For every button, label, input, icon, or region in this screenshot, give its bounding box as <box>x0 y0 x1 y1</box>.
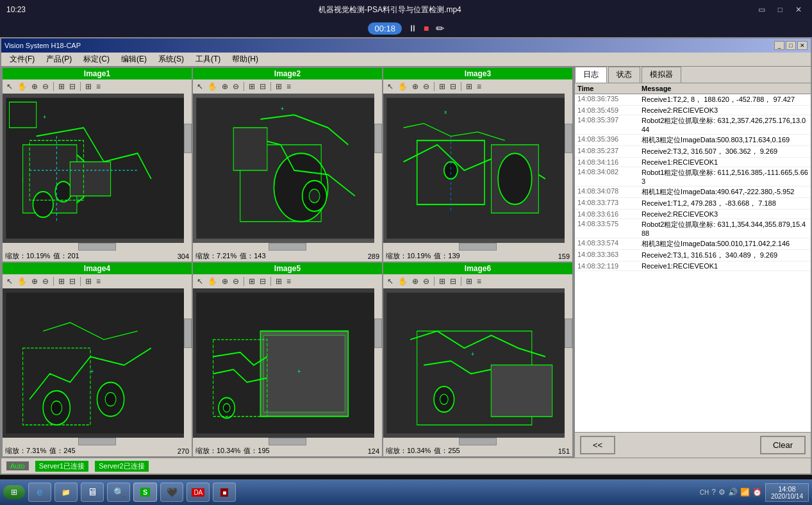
cam2-zoom-fit-tool[interactable]: ⊞ <box>247 81 256 92</box>
cam1-grid-tool[interactable]: ⊞ <box>84 81 93 92</box>
cam4-hscroll[interactable] <box>3 438 192 445</box>
cam5-lines-tool[interactable]: ≡ <box>285 276 292 286</box>
cam6-zoom: 缩放：10.34% <box>386 446 431 456</box>
taskbar-app4-button[interactable]: ■ <box>213 483 236 502</box>
cam1-hand-tool[interactable]: ✋ <box>16 81 28 92</box>
prev-button[interactable]: << <box>580 436 615 454</box>
pause-button[interactable]: ⏸ <box>408 23 417 33</box>
tab-log[interactable]: 日志 <box>575 67 607 83</box>
cam3-zoom-fit-tool[interactable]: ⊞ <box>438 81 447 92</box>
cam3-zoom-actual-tool[interactable]: ⊟ <box>449 81 458 92</box>
cam4-zoom-in-tool[interactable]: ⊕ <box>30 276 39 286</box>
close-icon[interactable]: ✕ <box>791 4 806 15</box>
tab-simulator[interactable]: 模拟器 <box>642 67 681 83</box>
taskbar-folder-button[interactable]: 📁 <box>54 483 78 502</box>
cam3-hscroll[interactable] <box>383 243 572 251</box>
clear-button[interactable]: Clear <box>760 436 806 454</box>
app-maximize-button[interactable]: □ <box>786 41 796 50</box>
cam2-zoom-in-tool[interactable]: ⊕ <box>220 81 229 92</box>
cam3-zoom-out-tool[interactable]: ⊖ <box>422 81 431 92</box>
cam4-lines-tool[interactable]: ≡ <box>95 276 102 286</box>
cam5-hand-tool[interactable]: ✋ <box>206 276 219 286</box>
stop-button[interactable]: ■ <box>424 23 429 33</box>
cam4-hand-tool[interactable]: ✋ <box>16 276 28 286</box>
cam4-grid-tool[interactable]: ⊞ <box>84 276 93 286</box>
menu-edit[interactable]: 编辑(E) <box>116 53 152 66</box>
cam1-zoom-fit-tool[interactable]: ⊞ <box>57 81 66 92</box>
pen-button[interactable]: ✏ <box>436 22 444 35</box>
cam5-zoom-in-tool[interactable]: ⊕ <box>220 276 229 286</box>
app-minimize-button[interactable]: _ <box>774 41 784 50</box>
tab-status[interactable]: 状态 <box>608 67 640 83</box>
camera-1-view[interactable]: + <box>3 94 192 243</box>
menu-product[interactable]: 产品(P) <box>41 53 77 66</box>
cam6-zoom-out-tool[interactable]: ⊖ <box>422 276 431 286</box>
cam2-grid-tool[interactable]: ⊞ <box>274 81 283 92</box>
maximize-icon[interactable]: □ <box>774 4 786 15</box>
camera-5-view[interactable]: + <box>193 288 382 438</box>
menu-system[interactable]: 系统(S) <box>153 53 189 66</box>
taskbar-ie-button[interactable]: e <box>28 483 51 502</box>
cam4-vscroll[interactable] <box>184 288 192 438</box>
cam6-vscroll[interactable] <box>565 288 572 438</box>
camera-2-view[interactable]: + <box>193 94 382 243</box>
cam1-vscroll[interactable] <box>184 94 192 243</box>
cam4-zoom-out-tool[interactable]: ⊖ <box>41 276 50 286</box>
start-button[interactable]: ⊞ <box>3 485 25 499</box>
cam5-cursor-tool[interactable]: ↖ <box>195 276 204 286</box>
taskbar-network-button[interactable]: 🖥 <box>81 483 104 502</box>
taskbar-app2-button[interactable]: 🖤 <box>160 483 183 502</box>
cam2-zoom-out-tool[interactable]: ⊖ <box>231 81 240 92</box>
cam1-hscroll[interactable] <box>3 243 192 251</box>
cam2-hand-tool[interactable]: ✋ <box>206 81 219 92</box>
cam5-vscroll[interactable] <box>374 288 382 438</box>
cam6-hscroll[interactable] <box>383 438 572 445</box>
cam3-cursor-tool[interactable]: ↖ <box>386 81 395 92</box>
log-row-msg: Receive2:T3,2, 316.507， 306.362， 9.269 <box>642 147 808 156</box>
menu-file[interactable]: 文件(F) <box>4 53 40 66</box>
menu-calibrate[interactable]: 标定(C) <box>78 53 115 66</box>
cam3-lines-tool[interactable]: ≡ <box>476 81 483 92</box>
taskbar-app3-button[interactable]: DA <box>186 483 210 502</box>
menu-tools[interactable]: 工具(T) <box>190 53 226 66</box>
camera-3-view[interactable]: × <box>383 94 572 243</box>
cam6-zoom-actual-tool[interactable]: ⊟ <box>449 276 458 286</box>
minimize-icon[interactable]: ▭ <box>754 4 769 15</box>
cam3-zoom-in-tool[interactable]: ⊕ <box>411 81 420 92</box>
cam3-vscroll[interactable] <box>565 94 572 243</box>
cam1-cursor-tool[interactable]: ↖ <box>5 81 14 92</box>
cam6-zoom-in-tool[interactable]: ⊕ <box>411 276 420 286</box>
cam2-zoom-actual-tool[interactable]: ⊟ <box>258 81 267 92</box>
cam6-grid-tool[interactable]: ⊞ <box>465 276 474 286</box>
cam2-lines-tool[interactable]: ≡ <box>285 81 292 92</box>
cam6-cursor-tool[interactable]: ↖ <box>386 276 395 286</box>
cam1-zoom-in-tool[interactable]: ⊕ <box>30 81 39 92</box>
cam6-hand-tool[interactable]: ✋ <box>397 276 409 286</box>
menu-help[interactable]: 帮助(H) <box>227 53 263 66</box>
cam5-zoom-actual-tool[interactable]: ⊟ <box>258 276 267 286</box>
cam1-lines-tool[interactable]: ≡ <box>95 81 102 92</box>
cam5-zoom-fit-tool[interactable]: ⊞ <box>247 276 256 286</box>
app-close-button[interactable]: ✕ <box>797 41 808 50</box>
cam6-zoom-fit-tool[interactable]: ⊞ <box>438 276 447 286</box>
cam1-zoom-actual-tool[interactable]: ⊟ <box>68 81 77 92</box>
log-body[interactable]: 14:08:36:735 Receive1:T2,2, 8， 188.620，-… <box>575 94 811 432</box>
taskbar-search-button[interactable]: 🔍 <box>107 483 130 502</box>
cam4-cursor-tool[interactable]: ↖ <box>5 276 14 286</box>
taskbar-clock[interactable]: 14:08 2020/10/14 <box>765 483 809 502</box>
taskbar-sgreenshot-button[interactable]: S <box>133 483 157 502</box>
cam5-grid-tool[interactable]: ⊞ <box>274 276 283 286</box>
camera-6-view[interactable]: + <box>383 288 572 438</box>
cam3-grid-tool[interactable]: ⊞ <box>465 81 474 92</box>
cam2-hscroll[interactable] <box>193 243 382 251</box>
cam4-zoom-fit-tool[interactable]: ⊞ <box>57 276 66 286</box>
cam2-cursor-tool[interactable]: ↖ <box>195 81 204 92</box>
cam3-hand-tool[interactable]: ✋ <box>397 81 409 92</box>
cam4-zoom-actual-tool[interactable]: ⊟ <box>68 276 77 286</box>
cam2-vscroll[interactable] <box>374 94 382 243</box>
cam5-hscroll[interactable] <box>193 438 382 445</box>
cam6-lines-tool[interactable]: ≡ <box>476 276 483 286</box>
camera-4-view[interactable]: + <box>3 288 192 438</box>
cam5-zoom-out-tool[interactable]: ⊖ <box>231 276 240 286</box>
cam1-zoom-out-tool[interactable]: ⊖ <box>41 81 50 92</box>
